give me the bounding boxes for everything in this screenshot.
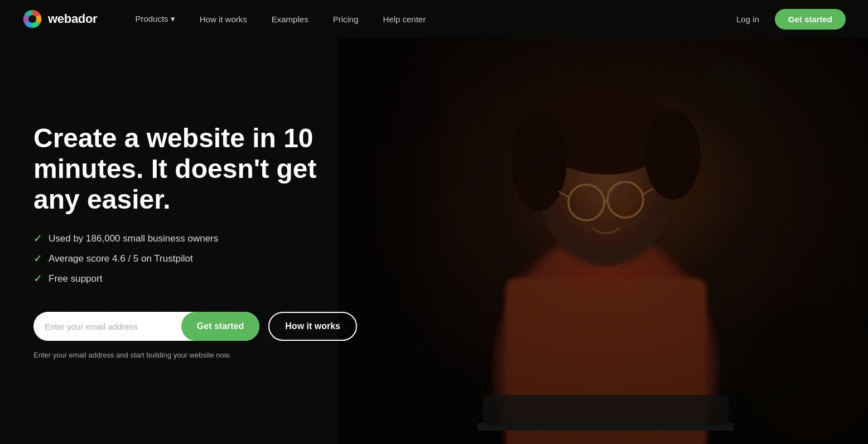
get-started-cta-button[interactable]: Get started <box>181 312 259 341</box>
nav-help-center[interactable]: Help center <box>373 10 436 28</box>
check-icon-2: ✓ <box>33 253 42 265</box>
hero-background <box>338 38 868 444</box>
cta-hint: Enter your email address and start build… <box>33 351 357 359</box>
features-list: ✓ Used by 186,000 small business owners … <box>33 233 357 285</box>
nav-pricing[interactable]: Pricing <box>323 10 369 28</box>
hero-content: Create a website in 10 minutes. It doesn… <box>0 38 390 444</box>
feature-item-1: ✓ Used by 186,000 small business owners <box>33 233 357 245</box>
feature-item-3: ✓ Free support <box>33 273 357 285</box>
nav-how-it-works[interactable]: How it works <box>190 10 257 28</box>
check-icon-1: ✓ <box>33 233 42 245</box>
email-input[interactable] <box>33 312 181 341</box>
logo-text: webador <box>48 12 97 26</box>
get-started-nav-button[interactable]: Get started <box>775 9 846 30</box>
feature-item-2: ✓ Average score 4.6 / 5 on Trustpilot <box>33 253 357 265</box>
navbar: webador Products ▾ How it works Examples… <box>0 0 868 38</box>
email-form: Get started <box>33 312 259 341</box>
cta-row: Get started How it works <box>33 312 357 341</box>
hero-section: webador Products ▾ How it works Examples… <box>0 0 868 444</box>
login-button[interactable]: Log in <box>730 10 766 28</box>
nav-actions: Log in Get started <box>730 9 846 30</box>
svg-point-21 <box>28 15 36 23</box>
hero-title: Create a website in 10 minutes. It doesn… <box>33 123 357 215</box>
nav-examples[interactable]: Examples <box>262 10 319 28</box>
nav-links: Products ▾ How it works Examples Pricing… <box>125 9 730 28</box>
check-icon-3: ✓ <box>33 273 42 285</box>
logo[interactable]: webador <box>22 9 97 29</box>
how-it-works-button[interactable]: How it works <box>268 312 357 341</box>
logo-icon <box>22 9 42 29</box>
nav-products[interactable]: Products ▾ <box>125 9 185 28</box>
